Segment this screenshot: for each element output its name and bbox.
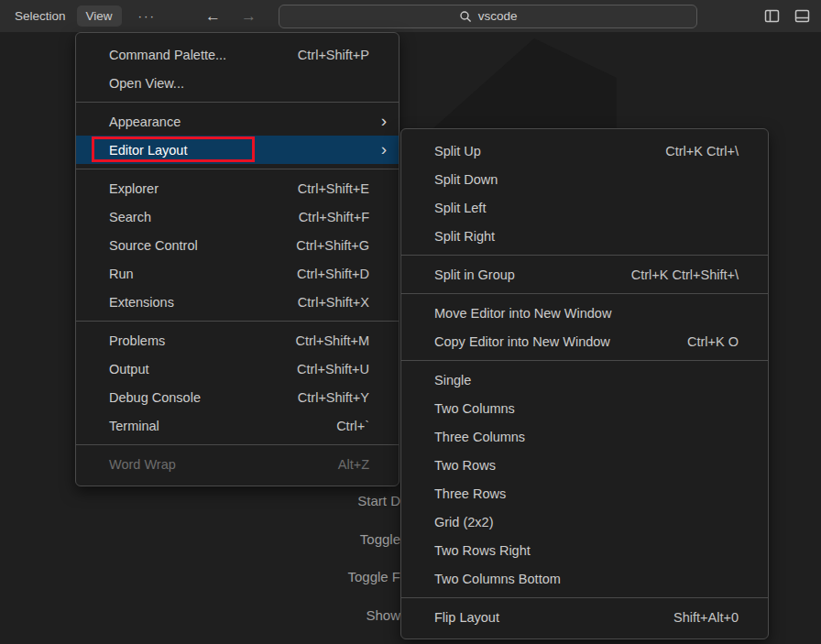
menu-item-label: Search <box>109 210 151 224</box>
menu-item-label: Editor Layout <box>109 143 187 158</box>
watermark-shortcut-text: Start D <box>0 491 400 511</box>
menubar-item-selection[interactable]: Selection <box>5 5 75 27</box>
menu-item-label: Flip Layout <box>434 610 499 625</box>
menu-item-word-wrap[interactable]: Word Wrap Alt+Z <box>76 450 399 478</box>
menu-item-label: Word Wrap <box>109 457 176 472</box>
menu-item-shortcut: Ctrl+Shift+M <box>295 333 369 348</box>
menu-item-label: Appearance <box>109 115 181 129</box>
menu-item-run[interactable]: Run Ctrl+Shift+D <box>76 259 399 288</box>
menu-item-label: Grid (2x2) <box>434 515 493 529</box>
menu-item-label: Split Right <box>434 229 495 244</box>
menu-item-label: Split Up <box>434 144 481 158</box>
submenu-item-grid-2x2[interactable]: Grid (2x2) <box>401 508 768 536</box>
submenu-item-move-editor-into-new-window[interactable]: Move Editor into New Window <box>401 299 768 327</box>
menu-item-label: Split in Group <box>434 267 515 282</box>
toggle-sidebar-icon[interactable] <box>764 8 780 24</box>
submenu-item-split-right[interactable]: Split Right <box>401 222 768 250</box>
menu-separator <box>401 360 768 361</box>
submenu-item-flip-layout[interactable]: Flip Layout Shift+Alt+0 <box>401 603 768 631</box>
go-back-icon[interactable]: ← <box>200 6 226 26</box>
submenu-item-split-up[interactable]: Split Up Ctrl+K Ctrl+\ <box>401 136 768 165</box>
menu-item-search[interactable]: Search Ctrl+Shift+F <box>76 202 399 231</box>
menu-item-shortcut: Ctrl+Shift+D <box>297 267 369 281</box>
watermark-shortcut-text: Toggle <box>0 529 400 550</box>
menu-separator <box>401 293 768 294</box>
menu-item-label: Two Columns <box>434 401 515 416</box>
watermark-shortcut-text: Toggle F <box>0 567 400 587</box>
submenu-item-two-rows-right[interactable]: Two Rows Right <box>401 536 768 564</box>
menu-item-label: Open View... <box>109 76 184 91</box>
vscode-window: Start D Toggle Toggle F Show Selection V… <box>0 0 821 644</box>
submenu-item-three-rows[interactable]: Three Rows <box>401 479 768 508</box>
chevron-right-icon: › <box>381 111 387 131</box>
menu-item-label: Single <box>434 373 471 387</box>
submenu-item-copy-editor-into-new-window[interactable]: Copy Editor into New Window Ctrl+K O <box>401 327 768 355</box>
menu-separator <box>76 169 399 169</box>
menu-item-shortcut: Ctrl+K Ctrl+Shift+\ <box>631 267 739 282</box>
menu-item-label: Split Down <box>434 172 498 187</box>
menu-item-shortcut: Ctrl+Shift+Y <box>298 390 369 405</box>
menu-item-label: Two Rows <box>434 458 496 473</box>
menubar-item-view[interactable]: View <box>77 5 122 27</box>
menu-item-editor-layout[interactable]: Editor Layout › <box>76 136 399 164</box>
search-icon <box>459 10 472 23</box>
submenu-item-split-in-group[interactable]: Split in Group Ctrl+K Ctrl+Shift+\ <box>401 260 768 289</box>
menu-item-output[interactable]: Output Ctrl+Shift+U <box>76 355 399 383</box>
menu-item-label: Run <box>109 267 134 281</box>
submenu-item-two-columns[interactable]: Two Columns <box>401 394 768 422</box>
go-forward-icon[interactable]: → <box>235 6 262 26</box>
layout-controls <box>764 8 810 24</box>
submenu-item-two-columns-bottom[interactable]: Two Columns Bottom <box>401 564 768 593</box>
command-center-search[interactable]: vscode <box>279 5 697 28</box>
menu-item-label: Problems <box>109 333 165 348</box>
menu-item-label: Output <box>109 362 149 377</box>
watermark-shortcut-text: Show <box>0 606 400 626</box>
menu-item-label: Debug Console <box>109 390 201 405</box>
menu-item-label: Two Columns Bottom <box>434 572 561 586</box>
menu-separator <box>401 255 768 256</box>
submenu-item-split-left[interactable]: Split Left <box>401 193 768 222</box>
menu-item-label: Three Columns <box>434 430 525 444</box>
menu-item-label: Three Rows <box>434 486 506 501</box>
menubar-more-icon[interactable]: ··· <box>131 5 164 27</box>
menu-separator <box>76 102 399 103</box>
menu-separator <box>401 597 768 598</box>
menu-item-label: Two Rows Right <box>434 543 531 558</box>
menu-item-shortcut: Ctrl+Shift+F <box>299 210 369 224</box>
menu-item-label: Terminal <box>109 419 159 433</box>
editor-layout-submenu: Split Up Ctrl+K Ctrl+\ Split Down Split … <box>400 128 769 639</box>
menu-item-label: Explorer <box>109 181 159 196</box>
menu-item-shortcut: Shift+Alt+0 <box>673 610 739 625</box>
submenu-item-two-rows[interactable]: Two Rows <box>401 451 768 479</box>
menu-item-shortcut: Ctrl+Shift+U <box>297 362 369 377</box>
toggle-panel-icon[interactable] <box>794 8 810 24</box>
view-menu: Command Palette... Ctrl+Shift+P Open Vie… <box>75 32 400 486</box>
submenu-item-split-down[interactable]: Split Down <box>401 165 768 193</box>
vscode-logo-watermark <box>417 34 623 128</box>
menu-item-command-palette[interactable]: Command Palette... Ctrl+Shift+P <box>76 40 399 69</box>
menu-item-shortcut: Ctrl+Shift+E <box>298 181 369 196</box>
menu-item-shortcut: Ctrl+K O <box>687 334 739 349</box>
submenu-item-single[interactable]: Single <box>401 366 768 394</box>
menu-item-terminal[interactable]: Terminal Ctrl+` <box>76 411 399 440</box>
menu-item-shortcut: Ctrl+Shift+G <box>296 238 369 253</box>
menu-item-extensions[interactable]: Extensions Ctrl+Shift+X <box>76 288 399 316</box>
menu-item-label: Extensions <box>109 295 174 310</box>
search-value: vscode <box>478 9 518 23</box>
submenu-item-three-columns[interactable]: Three Columns <box>401 422 768 451</box>
menu-item-problems[interactable]: Problems Ctrl+Shift+M <box>76 326 399 355</box>
menu-item-source-control[interactable]: Source Control Ctrl+Shift+G <box>76 231 399 259</box>
titlebar: Selection View ··· ← → vscode <box>0 0 821 32</box>
menu-item-debug-console[interactable]: Debug Console Ctrl+Shift+Y <box>76 383 399 411</box>
menu-item-label: Split Left <box>434 201 486 215</box>
menu-item-explorer[interactable]: Explorer Ctrl+Shift+E <box>76 174 399 202</box>
menu-item-shortcut: Ctrl+` <box>336 419 369 433</box>
menu-separator <box>76 444 399 445</box>
menu-item-label: Command Palette... <box>109 48 226 62</box>
menu-item-shortcut: Alt+Z <box>338 457 369 472</box>
menu-item-open-view[interactable]: Open View... <box>76 69 399 97</box>
menu-item-shortcut: Ctrl+Shift+X <box>298 295 369 310</box>
menu-item-shortcut: Ctrl+Shift+P <box>298 48 369 62</box>
menu-item-appearance[interactable]: Appearance › <box>76 107 399 136</box>
menu-item-label: Copy Editor into New Window <box>434 334 610 349</box>
